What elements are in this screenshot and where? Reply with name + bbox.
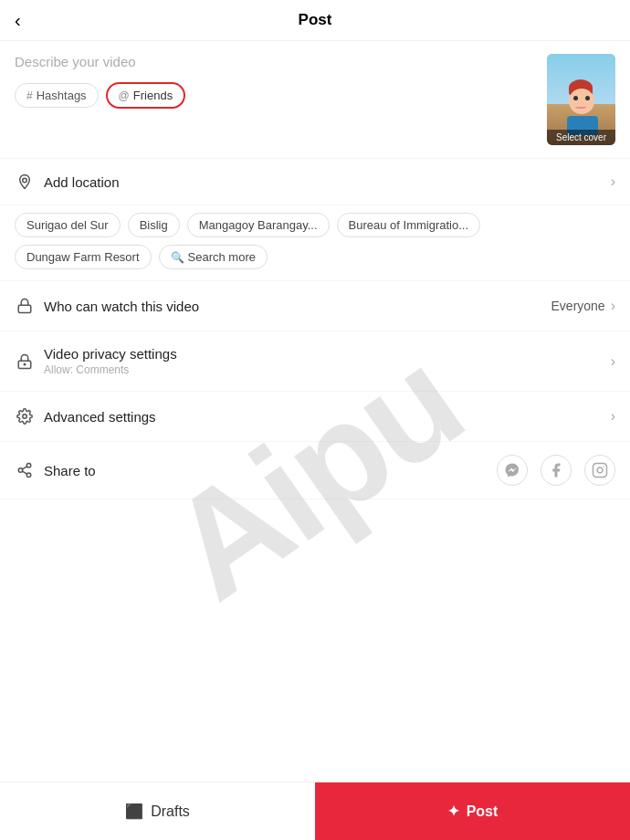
who-can-watch-value: Everyone — [551, 299, 605, 313]
bottom-actions: ⬛ Drafts ✦ Post — [0, 782, 630, 840]
drafts-button[interactable]: ⬛ Drafts — [0, 782, 315, 840]
add-location-row[interactable]: Add location › — [0, 159, 630, 205]
friends-button[interactable]: @ Friends — [106, 82, 186, 109]
description-left: Describe your video # Hashtags @ Friends — [15, 54, 536, 109]
chip-dungaw[interactable]: Dungaw Farm Resort — [15, 245, 152, 269]
chip-bislig[interactable]: Bislig — [128, 213, 180, 237]
svg-line-9 — [22, 467, 26, 469]
share-to-label: Share to — [44, 463, 497, 478]
select-cover-label: Select cover — [547, 130, 615, 145]
advanced-settings-row[interactable]: Advanced settings › — [0, 392, 630, 442]
svg-rect-1 — [18, 305, 31, 312]
search-more-chip[interactable]: 🔍 Search more — [159, 245, 268, 269]
post-spark-icon: ✦ — [447, 803, 459, 820]
description-area: Describe your video # Hashtags @ Friends — [0, 41, 630, 159]
advanced-settings-right: › — [611, 408, 615, 425]
who-can-watch-row[interactable]: Who can watch this video Everyone › — [0, 281, 630, 331]
advanced-settings-title: Advanced settings — [44, 409, 611, 425]
video-privacy-row[interactable]: Video privacy settings Allow: Comments › — [0, 331, 630, 392]
page-title: Post — [299, 11, 332, 29]
chip-mangagoy[interactable]: Mangagoy Barangay... — [187, 213, 330, 237]
lock-icon — [15, 296, 35, 316]
share-to-row: Share to — [0, 442, 630, 499]
who-can-watch-title: Who can watch this video — [44, 299, 551, 314]
video-privacy-content: Video privacy settings Allow: Comments — [44, 346, 611, 376]
svg-rect-10 — [593, 464, 607, 478]
svg-point-0 — [23, 178, 27, 183]
chip-bureau[interactable]: Bureau of Immigratio... — [337, 213, 481, 237]
svg-line-8 — [22, 471, 26, 474]
back-button[interactable]: ‹ — [15, 10, 21, 31]
search-icon: 🔍 — [171, 251, 184, 264]
header: ‹ Post — [0, 0, 630, 41]
share-icon — [15, 460, 35, 480]
description-placeholder[interactable]: Describe your video — [15, 54, 536, 69]
privacy-lock-icon — [15, 352, 35, 372]
drafts-icon: ⬛ — [125, 803, 143, 820]
hashtag-icon: # — [26, 89, 33, 102]
hashtags-button[interactable]: # Hashtags — [15, 83, 99, 108]
advanced-chevron: › — [611, 408, 615, 425]
tag-buttons: # Hashtags @ Friends — [15, 82, 536, 109]
gear-icon — [15, 406, 35, 426]
thumbnail[interactable]: Select cover — [547, 54, 615, 145]
instagram-share-button[interactable] — [584, 455, 615, 486]
location-chevron: › — [611, 173, 615, 190]
at-icon: @ — [119, 89, 130, 102]
who-can-watch-chevron: › — [611, 298, 615, 314]
video-privacy-subtitle: Allow: Comments — [44, 363, 611, 376]
video-privacy-title: Video privacy settings — [44, 346, 611, 362]
location-chips: Surigao del Sur Bislig Mangagoy Barangay… — [0, 205, 630, 281]
advanced-settings-content: Advanced settings — [44, 409, 611, 425]
video-privacy-right: › — [611, 353, 615, 370]
location-icon — [15, 172, 35, 192]
location-label: Add location — [44, 174, 611, 190]
chip-surigao[interactable]: Surigao del Sur — [15, 213, 121, 237]
facebook-share-button[interactable] — [541, 455, 572, 486]
share-icons-group — [497, 455, 615, 486]
messenger-share-button[interactable] — [497, 455, 528, 486]
svg-point-3 — [24, 363, 26, 365]
video-privacy-chevron: › — [611, 353, 615, 370]
post-button[interactable]: ✦ Post — [315, 782, 630, 840]
svg-point-4 — [23, 415, 27, 419]
who-can-watch-content: Who can watch this video — [44, 299, 551, 314]
who-can-watch-right: Everyone › — [551, 298, 615, 314]
